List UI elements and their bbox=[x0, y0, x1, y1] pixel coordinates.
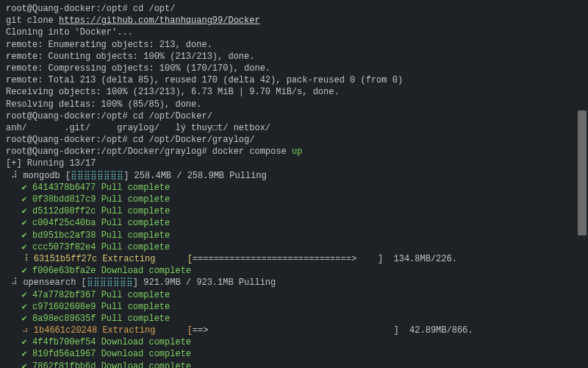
resolving-line: Resolving deltas: 100% (85/85), done. bbox=[6, 99, 582, 110]
layer-complete: ✔ 47a7782bf367 Pull complete bbox=[6, 289, 582, 301]
cmd-docker-compose: docker compose bbox=[212, 146, 292, 157]
extracting-label: ⠸ 63151b5ff27c Extracting [ bbox=[6, 254, 193, 264]
progress-bar-icon: ⣿⣿⣿⣿⣿⣿⣿⣿ bbox=[71, 171, 123, 181]
cmd-cd-docker: cd /opt/Docker/ bbox=[133, 111, 212, 121]
remote-line: remote: Enumerating objects: 213, done. bbox=[6, 39, 582, 51]
remote-line: remote: Counting objects: 100% (213/213)… bbox=[6, 51, 582, 63]
layer-download-complete: ✔ 7862f81fbb6d Download complete bbox=[6, 361, 582, 368]
remote-line: remote: Total 213 (delta 85), reused 170… bbox=[6, 74, 582, 86]
layer-download-complete: ✔ 4f4fb700ef54 Download complete bbox=[6, 336, 582, 348]
layer-complete: ✔ 8a98ec89635f Pull complete bbox=[6, 313, 582, 325]
ls-output: anh/ .git/ graylog/ lý thuy□t/ netbox/ bbox=[6, 122, 582, 134]
scrollbar-thumb[interactable] bbox=[578, 110, 587, 236]
service-label: ⠼ mongodb [ bbox=[6, 171, 71, 181]
service-progress-text: ] 258.4MB / 258.9MB Pulling bbox=[123, 171, 266, 181]
prompt: root@Quang-docker:/opt# bbox=[6, 135, 133, 145]
git-clone-line: git clone https://github.com/thanhquang9… bbox=[6, 15, 582, 26]
prompt-line: root@Quang-docker:/opt# cd /opt/ bbox=[6, 3, 582, 15]
cmd-cd: cd /opt/ bbox=[133, 4, 176, 14]
service-label: ⠼ opensearch [ bbox=[6, 277, 87, 288]
progress-bar-icon: ⣿⣿⣿⣿⣿⣿⣿ bbox=[87, 277, 133, 288]
layer-complete: ✔ d5112d08ff2c Pull complete bbox=[6, 205, 582, 217]
prompt-line: root@Quang-docker:/opt# cd /opt/Docker/g… bbox=[6, 134, 582, 146]
prompt: root@Quang-docker:/opt# bbox=[6, 111, 133, 121]
progress-arrow-icon: ==============================> bbox=[193, 254, 356, 264]
extracting-label: ⠴ 1b4661c20248 Extracting [ bbox=[6, 325, 193, 336]
running-status: [+] Running 13/17 bbox=[6, 158, 582, 169]
receiving-line: Receiving objects: 100% (213/213), 6.73 … bbox=[6, 86, 582, 98]
repo-url[interactable]: https://github.com/thanhquang99/Docker bbox=[59, 15, 260, 26]
prompt-line: root@Quang-docker:/opt/Docker/graylog# d… bbox=[6, 146, 582, 158]
prompt: root@Quang-docker:/opt# bbox=[6, 4, 133, 14]
cmd-cd-graylog: cd /opt/Docker/graylog/ bbox=[133, 135, 255, 145]
progress-arrow-icon: ==> bbox=[193, 325, 209, 336]
layer-complete: ✔ 6414378b6477 Pull complete bbox=[6, 182, 582, 194]
layer-download-complete: ✔ 810fd56a1967 Download complete bbox=[6, 348, 582, 360]
layer-extracting: ⠸ 63151b5ff27c Extracting [=============… bbox=[6, 253, 582, 265]
cmd-up: up bbox=[292, 146, 302, 157]
layer-extracting: ⠴ 1b4661c20248 Extracting [==> ] 42.89MB… bbox=[6, 325, 582, 336]
service-opensearch: ⠼ opensearch [⣿⣿⣿⣿⣿⣿⣿] 921.9MB / 923.1MB… bbox=[6, 277, 582, 289]
layer-complete: ✔ ccc5073f82e4 Pull complete bbox=[6, 241, 582, 253]
prompt: root@Quang-docker:/opt/Docker/graylog# bbox=[6, 146, 212, 157]
service-mongodb: ⠼ mongodb [⣿⣿⣿⣿⣿⣿⣿⣿] 258.4MB / 258.9MB P… bbox=[6, 170, 582, 182]
extracting-size: ] 134.8MB/226. bbox=[356, 254, 457, 264]
service-progress-text: ] 921.9MB / 923.1MB Pulling bbox=[133, 277, 276, 288]
remote-line: remote: Compressing objects: 100% (170/1… bbox=[6, 63, 582, 74]
layer-complete: ✔ 0f38bdd817c9 Pull complete bbox=[6, 194, 582, 205]
layer-complete: ✔ c971602608e9 Pull complete bbox=[6, 301, 582, 313]
layer-complete: ✔ bd951bc2af38 Pull complete bbox=[6, 230, 582, 241]
layer-download-complete: ✔ f006e63bfa2e Download complete bbox=[6, 265, 582, 277]
git-clone-cmd: git clone bbox=[6, 15, 59, 26]
layer-complete: ✔ c004f25c40ba Pull complete bbox=[6, 217, 582, 229]
extracting-size: ] 42.89MB/866. bbox=[208, 325, 473, 336]
prompt-line: root@Quang-docker:/opt# cd /opt/Docker/ bbox=[6, 110, 582, 122]
cloning-line: Cloning into 'Docker'... bbox=[6, 26, 582, 38]
